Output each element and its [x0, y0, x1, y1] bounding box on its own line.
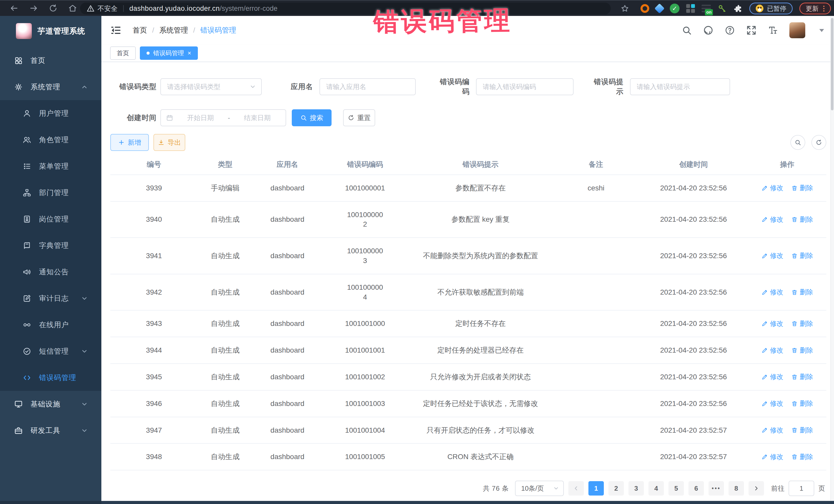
- error-msg-input[interactable]: [631, 79, 729, 95]
- search-button[interactable]: 搜索: [292, 109, 332, 126]
- delete-link[interactable]: 删除: [791, 183, 813, 193]
- search-icon[interactable]: [682, 25, 692, 36]
- cell-message: 参数配置不存在: [408, 175, 553, 201]
- delete-link[interactable]: 删除: [791, 215, 813, 224]
- tag-tab[interactable]: 错误码管理 ×: [140, 46, 198, 60]
- cell-actions: 修改 删除: [748, 364, 826, 390]
- refresh-table-button[interactable]: [811, 135, 826, 150]
- update-button[interactable]: 更新: [799, 3, 831, 14]
- more-pages-button[interactable]: •••: [708, 481, 724, 496]
- paused-extension-pill[interactable]: 已暂停: [749, 3, 793, 14]
- address-bar[interactable]: 不安全 dashboard.yudao.iocoder.cn /system/e…: [80, 3, 611, 14]
- sidebar-item[interactable]: 首页: [0, 47, 101, 74]
- page-button[interactable]: 3: [629, 481, 644, 496]
- edit-link[interactable]: 修改: [761, 372, 784, 381]
- bookmark-star-icon[interactable]: [620, 4, 629, 13]
- sidebar-item[interactable]: 通知公告: [0, 259, 101, 285]
- delete-link[interactable]: 删除: [791, 426, 813, 435]
- close-icon[interactable]: ×: [188, 50, 191, 56]
- browser-home-icon[interactable]: [68, 4, 77, 13]
- edit-link[interactable]: 修改: [761, 251, 784, 260]
- scrollbar-track[interactable]: [830, 16, 834, 501]
- collapse-sidebar-icon[interactable]: [110, 25, 122, 36]
- sidebar-item[interactable]: 错误码管理: [0, 365, 101, 391]
- error-type-select[interactable]: 请选择错误码类型: [160, 78, 262, 95]
- next-page-button[interactable]: [749, 481, 764, 496]
- reset-button[interactable]: 重置: [343, 109, 375, 126]
- edit-pen-icon: [23, 294, 31, 303]
- extension-grid-icon[interactable]: [686, 4, 695, 13]
- sidebar-item[interactable]: 审计日志: [0, 285, 101, 311]
- delete-link[interactable]: 删除: [791, 372, 813, 381]
- delete-link[interactable]: 删除: [791, 288, 813, 297]
- delete-link[interactable]: 删除: [791, 319, 813, 328]
- tag-label: 首页: [117, 49, 129, 57]
- page-button[interactable]: 8: [728, 481, 744, 496]
- page-button[interactable]: 2: [609, 481, 624, 496]
- kebab-menu-icon[interactable]: [823, 6, 825, 12]
- toggle-search-button[interactable]: [790, 135, 805, 150]
- extensions-puzzle-icon[interactable]: [733, 4, 743, 13]
- caret-down-icon[interactable]: [816, 25, 827, 36]
- page-size-select[interactable]: 10条/页: [515, 481, 564, 496]
- sidebar-item[interactable]: 字典管理: [0, 232, 101, 259]
- scrollbar-thumb[interactable]: [831, 18, 833, 110]
- breadcrumb-item[interactable]: 系统管理: [159, 25, 188, 35]
- sidebar-item[interactable]: 用户管理: [0, 100, 101, 127]
- extension-on-icon[interactable]: on: [702, 5, 711, 12]
- sidebar-item[interactable]: 短信管理: [0, 338, 101, 365]
- date-range-picker[interactable]: 开始日期 - 结束日期: [160, 109, 286, 126]
- chevron-down-icon: [249, 83, 256, 90]
- delete-link[interactable]: 删除: [791, 251, 813, 260]
- page-button[interactable]: 1: [588, 481, 604, 496]
- export-button[interactable]: 导出: [153, 134, 185, 151]
- app-name-input[interactable]: [320, 79, 415, 95]
- paused-label: 已暂停: [767, 4, 786, 13]
- edit-link[interactable]: 修改: [761, 288, 784, 297]
- page-button[interactable]: 4: [649, 481, 664, 496]
- browser-back-icon[interactable]: [10, 4, 19, 13]
- extension-key-icon[interactable]: [718, 4, 727, 13]
- delete-link[interactable]: 删除: [791, 453, 813, 461]
- avatar[interactable]: [789, 22, 805, 38]
- delete-link[interactable]: 删除: [791, 346, 813, 355]
- edit-link[interactable]: 修改: [761, 183, 784, 193]
- extension-check-icon[interactable]: ✓: [670, 4, 680, 13]
- cell-actions: 修改 删除: [748, 310, 826, 337]
- browser-reload-icon[interactable]: [49, 4, 58, 13]
- edit-link[interactable]: 修改: [761, 215, 784, 224]
- pencil-icon: [761, 347, 768, 354]
- goto-page-input[interactable]: [789, 481, 814, 496]
- sidebar-item[interactable]: 基础设施: [0, 391, 101, 417]
- logo-row[interactable]: 芋道管理系统: [0, 16, 101, 46]
- breadcrumb-item[interactable]: 首页: [133, 25, 147, 35]
- sidebar-item[interactable]: 岗位管理: [0, 206, 101, 232]
- edit-link[interactable]: 修改: [761, 453, 784, 461]
- security-label: 不安全: [97, 4, 117, 13]
- page-button[interactable]: 6: [688, 481, 704, 496]
- error-code-input[interactable]: [477, 79, 573, 95]
- fullscreen-icon[interactable]: [746, 25, 756, 36]
- edit-link[interactable]: 修改: [761, 399, 784, 408]
- page-button[interactable]: 5: [668, 481, 684, 496]
- edit-link[interactable]: 修改: [761, 319, 784, 328]
- sidebar-item[interactable]: 在线用户: [0, 311, 101, 338]
- extension-orange-icon[interactable]: [640, 4, 649, 13]
- github-icon[interactable]: [703, 25, 714, 36]
- edit-link[interactable]: 修改: [761, 346, 784, 355]
- sidebar-item[interactable]: 系统管理: [0, 74, 101, 100]
- prev-page-button[interactable]: [568, 481, 584, 496]
- sidebar-item[interactable]: 菜单管理: [0, 153, 101, 179]
- sidebar-item[interactable]: 角色管理: [0, 127, 101, 153]
- edit-link[interactable]: 修改: [761, 426, 784, 435]
- extension-gem-icon[interactable]: [654, 3, 665, 14]
- sidebar-item[interactable]: 部门管理: [0, 179, 101, 206]
- tag-tab[interactable]: 首页: [110, 46, 136, 60]
- browser-forward-icon[interactable]: [29, 4, 38, 13]
- filter-row-1: 错误码类型 请选择错误码类型 应用名 错误码编码 错误码提示: [110, 77, 826, 96]
- help-icon[interactable]: [725, 25, 735, 36]
- sidebar-item[interactable]: 研发工具: [0, 417, 101, 444]
- font-size-icon[interactable]: [768, 25, 778, 36]
- add-button[interactable]: 新增: [110, 134, 149, 151]
- delete-link[interactable]: 删除: [791, 399, 813, 408]
